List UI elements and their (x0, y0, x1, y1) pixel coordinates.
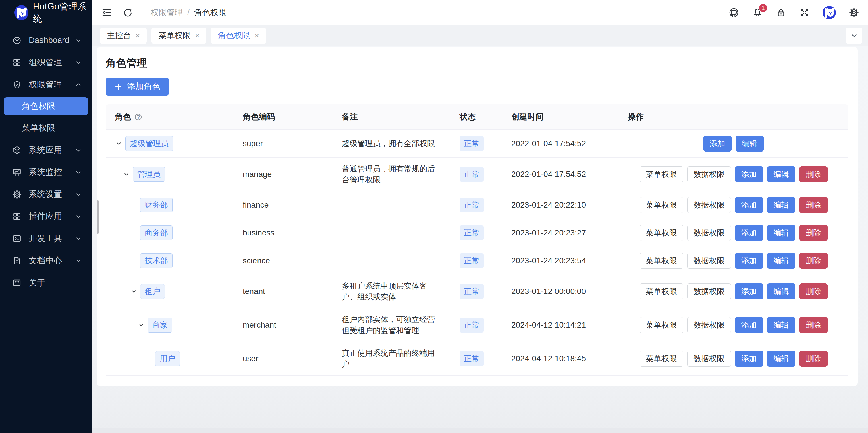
role-remark-cell (333, 191, 451, 219)
role-name-tag[interactable]: 商务部 (140, 225, 173, 240)
row-action-add-button[interactable]: 添加 (735, 350, 763, 367)
row-action-delete-button[interactable]: 删除 (799, 283, 828, 300)
row-action-edit-button[interactable]: 编辑 (767, 317, 795, 333)
github-icon[interactable] (728, 7, 739, 18)
expand-toggle[interactable] (137, 321, 145, 329)
role-name-tag[interactable]: 商家 (148, 317, 172, 333)
row-action-delete-button[interactable]: 删除 (799, 197, 828, 213)
sidebar-item-label: 文档中心 (29, 255, 75, 267)
close-icon[interactable]: × (195, 31, 199, 40)
row-action-delete-button[interactable]: 删除 (799, 225, 828, 241)
row-action-edit-button[interactable]: 编辑 (767, 253, 795, 269)
row-action-menu-perm-button[interactable]: 菜单权限 (640, 350, 683, 367)
row-action-add-button[interactable]: 添加 (735, 253, 763, 269)
sidebar-item-docs[interactable]: 文档中心 (0, 249, 92, 272)
created-time-cell: 2023-01-24 20:22:10 (502, 191, 618, 219)
user-avatar[interactable] (823, 6, 836, 19)
sidebar-item-menu-permissions[interactable]: 菜单权限 (0, 117, 92, 139)
sidebar-item-plugins[interactable]: 插件应用 (0, 205, 92, 227)
app-root: HotGo管理系统 Dashboard 组织管理 (0, 0, 868, 433)
row-action-data-perm-button[interactable]: 数据权限 (687, 317, 731, 333)
role-name-tag[interactable]: 超级管理员 (125, 136, 173, 151)
row-action-delete-button[interactable]: 删除 (799, 317, 828, 333)
column-header-role: 角色 ? (106, 104, 234, 130)
role-name-tag[interactable]: 管理员 (133, 167, 165, 182)
row-action-add-button[interactable]: 添加 (735, 166, 763, 182)
row-action-menu-perm-button[interactable]: 菜单权限 (640, 197, 683, 213)
sidebar-item-permissions[interactable]: 权限管理 (0, 73, 92, 96)
tab-label: 菜单权限 (158, 30, 190, 41)
tree-indent (115, 261, 130, 261)
row-action-delete-button[interactable]: 删除 (799, 253, 828, 269)
role-name-tag[interactable]: 财务部 (140, 197, 173, 213)
frame-icon (12, 278, 22, 288)
row-action-edit-button[interactable]: 编辑 (767, 350, 795, 367)
help-circle-icon[interactable]: ? (134, 113, 142, 121)
sidebar-item-system-monitor[interactable]: 系统监控 (0, 161, 92, 183)
expand-toggle-slot (145, 354, 153, 363)
settings-gear-icon[interactable] (848, 7, 859, 18)
breadcrumb-parent[interactable]: 权限管理 (151, 7, 183, 18)
row-action-add-button[interactable]: 添加 (704, 135, 732, 152)
row-action-data-perm-button[interactable]: 数据权限 (687, 166, 731, 182)
tab-list-dropdown[interactable] (846, 28, 862, 44)
bell-icon[interactable]: 1 (752, 7, 763, 18)
sidebar-item-role-permissions[interactable]: 角色权限 (4, 97, 88, 115)
lock-icon[interactable] (776, 7, 786, 18)
close-icon[interactable]: × (135, 31, 140, 40)
row-action-add-button[interactable]: 添加 (735, 283, 763, 300)
row-action-add-button[interactable]: 添加 (735, 317, 763, 333)
fullscreen-icon[interactable] (799, 7, 810, 18)
row-action-delete-button[interactable]: 删除 (799, 166, 828, 182)
role-code-cell: merchant (234, 308, 333, 342)
row-action-data-perm-button[interactable]: 数据权限 (687, 253, 731, 269)
row-action-menu-perm-button[interactable]: 菜单权限 (640, 253, 683, 269)
expand-toggle[interactable] (122, 170, 130, 178)
role-name-tag[interactable]: 技术部 (140, 253, 173, 268)
expand-toggle[interactable] (130, 287, 138, 296)
close-icon[interactable]: × (254, 31, 259, 40)
svg-text:?: ? (137, 114, 140, 120)
row-action-edit-button[interactable]: 编辑 (767, 166, 795, 182)
sidebar-subitem-label: 菜单权限 (22, 122, 55, 134)
tab-console[interactable]: 主控台 × (100, 28, 147, 44)
row-action-data-perm-button[interactable]: 数据权限 (687, 350, 731, 367)
row-action-data-perm-button[interactable]: 数据权限 (687, 283, 731, 300)
vertical-scrollbar[interactable] (96, 200, 99, 234)
expand-toggle[interactable] (115, 140, 123, 148)
refresh-icon[interactable] (122, 7, 133, 18)
chevron-up-icon (75, 81, 82, 88)
row-action-data-perm-button[interactable]: 数据权限 (687, 197, 731, 213)
app-logo[interactable]: HotGo管理系统 (0, 0, 92, 25)
sidebar-item-system-apps[interactable]: 系统应用 (0, 139, 92, 161)
sidebar-item-dev-tools[interactable]: 开发工具 (0, 227, 92, 249)
row-action-edit-button[interactable]: 编辑 (736, 135, 764, 152)
row-action-add-button[interactable]: 添加 (735, 197, 763, 213)
tab-menu-permissions[interactable]: 菜单权限 × (151, 28, 206, 44)
sidebar-item-dashboard[interactable]: Dashboard (0, 29, 92, 52)
notification-badge: 1 (758, 3, 768, 13)
table-header-row: 角色 ? 角色编码 备注 状态 创建时间 操作 (106, 104, 848, 130)
role-remark-cell: 超级管理员，拥有全部权限 (333, 130, 451, 158)
row-action-data-perm-button[interactable]: 数据权限 (687, 225, 731, 241)
add-role-button[interactable]: 添加角色 (106, 78, 169, 96)
status-badge: 正常 (460, 136, 484, 151)
sidebar-item-system-settings[interactable]: 系统设置 (0, 183, 92, 205)
row-action-edit-button[interactable]: 编辑 (767, 197, 795, 213)
sidebar-item-organization[interactable]: 组织管理 (0, 52, 92, 73)
row-action-menu-perm-button[interactable]: 菜单权限 (640, 166, 683, 182)
menu-fold-icon[interactable] (101, 7, 112, 18)
created-time-cell: 2022-01-04 17:54:52 (502, 158, 618, 191)
tree-indent (115, 174, 122, 175)
role-name-tag[interactable]: 租户 (140, 284, 165, 299)
sidebar-item-about[interactable]: 关于 (0, 272, 92, 294)
row-action-add-button[interactable]: 添加 (735, 225, 763, 241)
row-action-menu-perm-button[interactable]: 菜单权限 (640, 283, 683, 300)
row-action-delete-button[interactable]: 删除 (799, 350, 828, 367)
tab-role-permissions[interactable]: 角色权限 × (211, 28, 266, 44)
role-name-tag[interactable]: 用户 (155, 351, 180, 366)
row-action-edit-button[interactable]: 编辑 (767, 225, 795, 241)
row-action-menu-perm-button[interactable]: 菜单权限 (640, 317, 683, 333)
row-action-edit-button[interactable]: 编辑 (767, 283, 795, 300)
row-action-menu-perm-button[interactable]: 菜单权限 (640, 225, 683, 241)
